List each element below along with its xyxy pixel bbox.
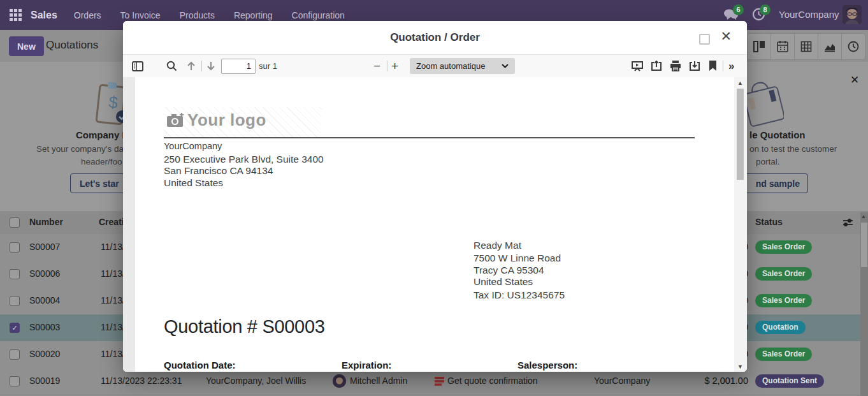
zoom-select[interactable]: Zoom automatique — [410, 58, 515, 74]
download-icon[interactable] — [689, 55, 700, 77]
print-icon[interactable] — [670, 55, 681, 77]
row-checkbox[interactable] — [10, 376, 20, 386]
activities-badge: 8 — [760, 4, 770, 15]
onboarding-left-title: Company D — [76, 129, 129, 140]
graph-icon[interactable] — [818, 33, 842, 60]
breadcrumb: Quotations — [46, 39, 98, 52]
field-label-expiration: Expiration: — [342, 360, 391, 370]
salesperson-avatar — [333, 374, 346, 388]
page-number-input[interactable] — [221, 59, 256, 74]
pivot-icon[interactable] — [795, 33, 818, 60]
user-avatar[interactable] — [843, 5, 862, 24]
cell-customer: YourCompany, Joel Willis — [206, 376, 306, 386]
onboarding-left-text1: Set your company's data — [36, 144, 131, 154]
quotation-order-modal: Quotation / Order ✕ sur 1 − + Zoom aut — [123, 21, 747, 372]
menu-to-invoice[interactable]: To Invoice — [120, 10, 161, 20]
customer-name: Ready Mat — [474, 240, 521, 251]
status-badge: Quotation — [755, 321, 806, 334]
arrow-down-icon[interactable] — [206, 55, 216, 77]
row-checkbox[interactable] — [10, 269, 20, 279]
cell-number: S00006 — [29, 268, 60, 279]
app-name[interactable]: Sales — [31, 10, 57, 21]
company-name: YourCompany — [164, 141, 222, 151]
row-checkbox[interactable] — [10, 242, 20, 253]
status-badge: Sales Order — [755, 294, 812, 307]
clock-icon[interactable] — [842, 33, 865, 60]
activity-list-icon[interactable] — [435, 377, 444, 388]
open-file-icon[interactable] — [651, 55, 662, 77]
zoom-in-icon[interactable]: + — [391, 55, 398, 77]
close-icon[interactable]: ✕ — [720, 29, 732, 44]
quotation-heading: Quotation # S00003 — [164, 316, 325, 337]
logo-text: Your logo — [187, 110, 266, 130]
banner-close-icon[interactable]: ✕ — [850, 73, 859, 87]
apps-grid-icon[interactable] — [10, 9, 22, 21]
cell-salesperson: Mitchell Admin — [350, 376, 407, 386]
cell-date: 11/13/2023 22:23:31 — [101, 376, 182, 386]
menu-products[interactable]: Products — [180, 10, 215, 20]
modal-header: Quotation / Order ✕ — [123, 21, 747, 54]
row-checkbox[interactable] — [10, 296, 20, 306]
more-tools-icon[interactable]: » — [728, 55, 734, 77]
customer-tax-id: Tax ID: US12345675 — [474, 290, 565, 301]
divider — [387, 61, 387, 71]
pdf-gutter — [123, 77, 135, 372]
sidebar-toggle-icon[interactable] — [132, 55, 143, 77]
cell-activity[interactable]: Get quote confirmation — [447, 376, 538, 386]
header-rule — [164, 137, 695, 138]
status-badge: Quotation Sent — [755, 374, 824, 388]
cell-number: S00003 — [29, 322, 60, 332]
pdf-scroll-up-icon[interactable]: ▲ — [737, 80, 743, 86]
svg-text:$: $ — [108, 92, 119, 112]
row-checkbox-checked[interactable]: ✓ — [10, 323, 20, 333]
briefcase-illustration — [744, 76, 784, 132]
status-badge: Sales Order — [755, 240, 812, 254]
scrollbar-up-icon[interactable]: ▲ — [861, 214, 866, 219]
customer-address1: 7500 W Linne Road — [474, 253, 561, 264]
table-row[interactable]: S00019 11/13/2023 22:23:31 YourCompany, … — [0, 368, 868, 395]
new-button[interactable]: New — [9, 36, 44, 56]
kanban-icon[interactable] — [747, 33, 771, 60]
arrow-up-icon[interactable] — [186, 55, 196, 77]
select-all-checkbox[interactable] — [10, 217, 20, 228]
pdf-scrollbar-thumb[interactable] — [737, 89, 744, 180]
onboarding-left-text2: header/foo — [81, 157, 122, 166]
company-address3: United States — [164, 177, 223, 189]
cell-total: $ 2,001.00 — [704, 376, 748, 386]
cell-number: S00004 — [29, 295, 60, 305]
column-status[interactable]: Status — [755, 217, 783, 227]
company-switcher[interactable]: YourCompany — [779, 9, 839, 20]
presentation-icon[interactable] — [632, 55, 643, 77]
cell-company: YourCompany — [594, 376, 650, 386]
menu-orders[interactable]: Orders — [74, 10, 101, 20]
cell-number: S00020 — [29, 349, 60, 359]
zoom-out-icon[interactable]: − — [373, 55, 380, 77]
onboarding-right-text1: on to test the customer — [749, 144, 837, 154]
chevron-down-icon — [502, 64, 509, 68]
menu-reporting[interactable]: Reporting — [234, 10, 273, 20]
status-badge: Sales Order — [755, 267, 812, 281]
divider — [201, 61, 202, 71]
company-address2: San Francisco CA 94134 — [164, 165, 273, 177]
cell-number: S00007 — [29, 242, 60, 252]
maximize-icon[interactable] — [699, 34, 710, 45]
bookmark-icon[interactable] — [709, 55, 717, 77]
pdf-scroll-down-icon[interactable]: ▼ — [737, 363, 743, 370]
company-address1: 250 Executive Park Blvd, Suite 3400 — [164, 154, 324, 165]
modal-title: Quotation / Order — [123, 31, 747, 44]
messages-badge: 6 — [733, 4, 744, 15]
menu-configuration[interactable]: Configuration — [292, 10, 345, 20]
onboarding-right-title: le Quotation — [749, 129, 806, 140]
page-count-label: sur 1 — [259, 55, 277, 77]
customer-address3: United States — [474, 276, 533, 288]
pdf-toolbar: sur 1 − + Zoom automatique — [123, 54, 747, 78]
status-badge: Sales Order — [755, 348, 812, 361]
filter-settings-icon[interactable] — [843, 217, 853, 230]
row-checkbox[interactable] — [10, 349, 20, 360]
search-icon[interactable] — [166, 55, 177, 77]
list-scrollbar-thumb[interactable] — [861, 223, 867, 267]
camera-icon — [166, 113, 184, 131]
calendar-icon[interactable] — [771, 33, 795, 60]
zoom-select-value: Zoom automatique — [416, 61, 485, 71]
column-number[interactable]: Number — [29, 217, 63, 227]
